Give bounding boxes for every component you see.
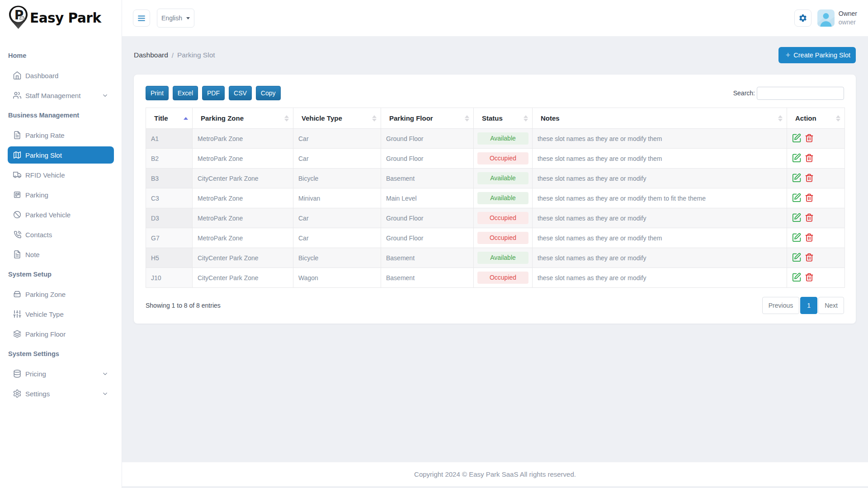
export-button-pdf[interactable]: PDF: [202, 86, 225, 100]
trash-icon[interactable]: [805, 153, 814, 164]
sidebar-item-label: Settings: [25, 390, 102, 398]
edit-icon[interactable]: [792, 213, 802, 224]
edit-icon[interactable]: [792, 233, 802, 244]
sidebar-heading-home: Home: [0, 46, 122, 66]
sort-arrows-icon: [372, 115, 377, 122]
pagination-previous[interactable]: Previous: [762, 297, 799, 314]
column-header-title[interactable]: Title: [146, 108, 193, 129]
avatar[interactable]: [817, 9, 835, 27]
cell-parking-floor: Basement: [381, 268, 474, 288]
table-toolbar: PrintExcelPDFCSVCopy Search:: [146, 86, 844, 100]
edit-icon[interactable]: [792, 272, 802, 283]
sidebar-item-parking[interactable]: Parking: [8, 186, 114, 203]
sort-arrows-icon: [778, 115, 783, 122]
edit-icon[interactable]: [792, 193, 802, 204]
cell-parking-floor: Basement: [381, 169, 474, 188]
cell-parking-zone: MetroPark Zone: [193, 149, 293, 169]
cell-action: [787, 228, 845, 248]
trash-icon[interactable]: [805, 193, 814, 204]
trash-icon[interactable]: [805, 133, 814, 144]
sidebar-item-parking-zone[interactable]: Parking Zone: [8, 286, 114, 303]
cell-title: A1: [146, 129, 193, 149]
menu-toggle-button[interactable]: [133, 9, 150, 27]
sidebar-item-parking-slot[interactable]: Parking Slot: [8, 146, 114, 164]
export-button-excel[interactable]: Excel: [173, 86, 198, 100]
sidebar-item-label: Contacts: [25, 231, 108, 239]
create-parking-slot-button[interactable]: + Create Parking Slot: [778, 47, 856, 63]
sidebar-item-dashboard[interactable]: Dashboard: [8, 67, 114, 84]
export-button-csv[interactable]: CSV: [229, 86, 252, 100]
cell-parking-floor: Ground Floor: [381, 129, 474, 149]
search-label: Search:: [733, 89, 755, 97]
sidebar-item-parked-vehicle[interactable]: Parked Vehicle: [8, 206, 114, 223]
truck-icon: [13, 170, 22, 179]
pagination-page-1[interactable]: 1: [800, 297, 817, 314]
user-role: owner: [839, 18, 857, 27]
car-front-icon: [13, 290, 22, 299]
gear-outline-icon: [13, 389, 22, 398]
column-header-status[interactable]: Status: [474, 108, 533, 129]
trash-icon[interactable]: [805, 173, 814, 184]
cell-title: B2: [146, 149, 193, 169]
sidebar-item-parking-rate[interactable]: Parking Rate: [8, 127, 114, 144]
cell-notes: these slot names as they are or modify: [533, 248, 787, 268]
edit-icon[interactable]: [792, 173, 802, 184]
cell-action: [787, 268, 845, 288]
sidebar-item-settings[interactable]: Settings: [8, 385, 114, 402]
user-block[interactable]: Owner owner: [839, 9, 857, 27]
column-header-label: Parking Floor: [389, 114, 433, 122]
sidebar-item-contacts[interactable]: Contacts: [8, 226, 114, 243]
column-header-parking-zone[interactable]: Parking Zone: [193, 108, 293, 129]
sidebar-item-parking-floor[interactable]: Parking Floor: [8, 325, 114, 343]
trash-icon[interactable]: [805, 233, 814, 244]
chevron-down-icon: [102, 92, 108, 99]
column-header-vehicle-type[interactable]: Vehicle Type: [293, 108, 381, 129]
search-input[interactable]: [757, 87, 844, 100]
pagination-next[interactable]: Next: [818, 297, 844, 314]
caret-down-icon: [186, 17, 190, 19]
cell-action: [787, 188, 845, 208]
cell-parking-zone: MetroPark Zone: [193, 228, 293, 248]
settings-button[interactable]: [794, 9, 811, 27]
sidebar-item-pricing[interactable]: Pricing: [8, 365, 114, 382]
search-wrap: Search:: [733, 87, 844, 100]
column-header-label: Status: [482, 114, 503, 122]
sidebar-item-rfid-vehicle[interactable]: RFID Vehicle: [8, 166, 114, 183]
cell-status: Available: [474, 169, 533, 188]
column-header-notes[interactable]: Notes: [533, 108, 787, 129]
plus-icon: +: [786, 51, 791, 60]
file-text-icon: [13, 131, 22, 140]
edit-icon[interactable]: [792, 253, 802, 263]
column-header-parking-floor[interactable]: Parking Floor: [381, 108, 474, 129]
cell-status: Occupied: [474, 208, 533, 228]
sidebar-item-label: Staff Management: [25, 92, 102, 99]
table-row: D3MetroPark ZoneCarGround FloorOccupiedt…: [146, 208, 845, 228]
sidebar-item-note[interactable]: Note: [8, 246, 114, 263]
cell-action: [787, 129, 845, 149]
sidebar-item-label: Note: [25, 251, 108, 258]
export-button-print[interactable]: Print: [146, 86, 169, 100]
trash-icon[interactable]: [805, 253, 814, 263]
cell-parking-floor: Main Level: [381, 188, 474, 208]
sort-arrows-icon: [284, 115, 289, 122]
sidebar-item-label: Parking Rate: [25, 131, 108, 139]
sort-up-arrow-icon: [836, 115, 840, 118]
column-header-action[interactable]: Action: [787, 108, 845, 129]
sidebar-item-vehicle-type[interactable]: Vehicle Type: [8, 305, 114, 323]
edit-icon[interactable]: [792, 153, 802, 164]
users-icon: [13, 91, 22, 100]
export-button-copy[interactable]: Copy: [256, 86, 281, 100]
edit-icon[interactable]: [792, 133, 802, 144]
trash-icon[interactable]: [805, 272, 814, 283]
status-badge: Available: [477, 132, 528, 145]
breadcrumb-dashboard[interactable]: Dashboard: [134, 51, 168, 59]
cell-status: Occupied: [474, 149, 533, 169]
breadcrumb-separator: /: [172, 52, 174, 59]
language-select[interactable]: English: [157, 9, 194, 28]
trash-icon[interactable]: [805, 213, 814, 224]
breadcrumb: Dashboard / Parking Slot: [134, 51, 215, 59]
brand-logo-icon: P: [9, 5, 28, 31]
main-content: English Owner owner Dashboard / Parking …: [122, 0, 868, 486]
sidebar-item-staff-management[interactable]: Staff Management: [8, 87, 114, 104]
table-row: A1MetroPark ZoneCarGround FloorAvailable…: [146, 129, 845, 149]
